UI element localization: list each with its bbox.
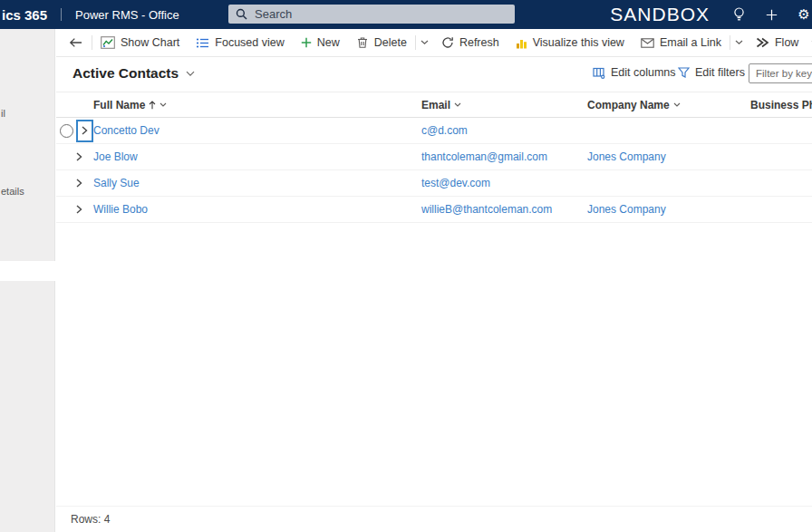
app-brand[interactable]: ics 365 xyxy=(2,7,47,23)
email-dropdown-chevron[interactable] xyxy=(730,31,748,54)
left-sidebar: il etails xyxy=(0,29,55,532)
grid-header-select-column xyxy=(56,92,93,117)
contact-name-link[interactable]: Concetto Dev xyxy=(93,124,160,137)
contact-email-link[interactable]: thantcoleman@gmail.com xyxy=(421,150,547,163)
app-header: ics 365 Power RMS - Office SANDBOX ⚙ xyxy=(0,0,812,29)
visualize-view-label: Visualize this view xyxy=(533,36,624,49)
row-expand-chevron-icon[interactable] xyxy=(76,152,82,161)
refresh-icon xyxy=(441,36,454,49)
grid-filter-input[interactable] xyxy=(749,63,812,83)
delete-label: Delete xyxy=(374,36,407,49)
sidebar-item-fragment-1[interactable]: il xyxy=(1,108,5,119)
column-header-email[interactable]: Email xyxy=(421,99,461,111)
environment-badge: SANDBOX xyxy=(610,4,710,25)
contact-company-link[interactable]: Jones Company xyxy=(587,203,666,216)
edit-filters-label: Edit filters xyxy=(695,66,745,79)
full-name-dropdown-chevron-icon xyxy=(160,102,167,108)
command-bar: Show Chart Focused view New Delete xyxy=(56,29,812,57)
lightbulb-icon[interactable] xyxy=(722,0,755,29)
edit-filters-button[interactable]: Edit filters xyxy=(678,66,745,79)
grid-status-bar: Rows: 4 xyxy=(56,506,812,532)
email-header-label: Email xyxy=(421,99,450,111)
global-search[interactable] xyxy=(228,5,515,24)
new-label: New xyxy=(317,36,340,49)
delete-trash-icon xyxy=(356,36,369,49)
email-link-button[interactable]: Email a Link xyxy=(633,31,730,54)
row-expand-chevron-icon[interactable] xyxy=(76,205,82,214)
sort-ascending-icon xyxy=(149,101,156,110)
contact-company-link[interactable]: Jones Company xyxy=(587,150,666,163)
app-area-name[interactable]: Power RMS - Office xyxy=(75,8,179,22)
flow-label: Flow xyxy=(775,36,798,49)
refresh-button[interactable]: Refresh xyxy=(433,31,508,54)
search-icon xyxy=(236,8,247,20)
company-header-label: Company Name xyxy=(587,99,670,111)
row-expand-focus-box[interactable] xyxy=(76,120,93,142)
refresh-label: Refresh xyxy=(459,36,499,49)
flow-icon xyxy=(756,37,769,48)
contact-email-link[interactable]: c@d.com xyxy=(421,124,468,137)
powerbi-bars-icon xyxy=(516,37,527,49)
page-title: Active Contacts xyxy=(72,65,179,82)
search-input[interactable] xyxy=(253,6,474,22)
new-button[interactable]: New xyxy=(293,31,348,54)
column-header-full-name[interactable]: Full Name xyxy=(93,99,167,111)
table-row[interactable]: Sally Sue test@dev.com xyxy=(56,170,812,197)
column-header-phone[interactable]: Business Phone xyxy=(750,99,812,111)
edit-columns-icon xyxy=(593,67,605,79)
main-content: Show Chart Focused view New Delete xyxy=(56,29,812,532)
row-expand-chevron-icon[interactable] xyxy=(76,179,82,188)
edit-columns-label: Edit columns xyxy=(611,66,676,79)
show-chart-button[interactable]: Show Chart xyxy=(92,31,188,54)
table-row[interactable]: Concetto Dev c@d.com xyxy=(56,118,812,144)
delete-dropdown-chevron[interactable] xyxy=(416,31,433,54)
focused-view-label: Focused view xyxy=(215,36,284,49)
flow-dropdown-chevron[interactable] xyxy=(807,31,812,54)
header-divider xyxy=(61,8,62,21)
row-count: Rows: 4 xyxy=(71,513,110,526)
contact-name-link[interactable]: Joe Blow xyxy=(93,150,138,163)
focused-view-button[interactable]: Focused view xyxy=(188,31,292,54)
company-dropdown-chevron-icon xyxy=(673,102,681,108)
row-expand-chevron-icon xyxy=(82,126,88,135)
visualize-view-button[interactable]: Visualize this view xyxy=(508,31,633,54)
contact-name-link[interactable]: Willie Bobo xyxy=(93,203,148,216)
table-row[interactable]: Joe Blow thantcoleman@gmail.com Jones Co… xyxy=(56,144,812,170)
sidebar-item-fragment-2[interactable]: etails xyxy=(1,186,24,197)
flow-button[interactable]: Flow xyxy=(748,31,807,54)
sidebar-selected-item[interactable] xyxy=(0,261,55,281)
delete-button[interactable]: Delete xyxy=(348,31,415,54)
view-selector[interactable]: Active Contacts xyxy=(72,65,195,82)
show-chart-icon xyxy=(101,36,115,49)
view-selector-chevron-icon xyxy=(186,71,195,77)
email-envelope-icon xyxy=(641,38,654,48)
focused-view-icon xyxy=(196,37,209,49)
column-header-company[interactable]: Company Name xyxy=(587,99,681,111)
back-button[interactable] xyxy=(60,31,92,54)
contact-email-link[interactable]: willieB@thantcoleman.com xyxy=(421,203,552,216)
view-header: Active Contacts Edit columns Edit filter… xyxy=(56,57,812,92)
phone-header-label: Business Phone xyxy=(750,99,812,111)
edit-columns-button[interactable]: Edit columns xyxy=(593,66,676,79)
header-right-group: SANDBOX ⚙ xyxy=(610,0,812,29)
contact-name-link[interactable]: Sally Sue xyxy=(93,177,140,189)
contact-email-link[interactable]: test@dev.com xyxy=(421,177,490,189)
row-select-radio[interactable] xyxy=(60,124,73,138)
new-plus-icon xyxy=(301,37,312,48)
show-chart-label: Show Chart xyxy=(121,36,179,49)
add-icon[interactable] xyxy=(755,0,788,29)
gear-icon[interactable]: ⚙ xyxy=(788,0,812,29)
email-link-label: Email a Link xyxy=(660,36,721,49)
full-name-header-label: Full Name xyxy=(93,99,145,111)
grid-header-row: Full Name Email Company Name Business Ph… xyxy=(56,92,812,118)
email-dropdown-chevron-icon xyxy=(454,102,461,108)
table-row[interactable]: Willie Bobo willieB@thantcoleman.com Jon… xyxy=(56,197,812,223)
filter-funnel-icon xyxy=(678,67,690,78)
